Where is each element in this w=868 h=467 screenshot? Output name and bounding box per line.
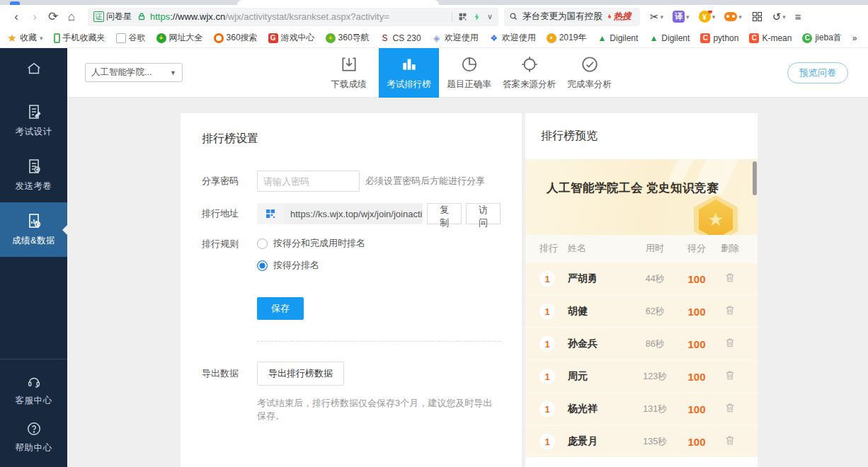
browser-navbar: ‹ › ⟳ ⌂ 证 问卷星 https://www.wjx.cn/wjx/act… bbox=[0, 5, 868, 28]
preview-scrollbar[interactable] bbox=[753, 161, 757, 195]
home-icon[interactable]: ⌂ bbox=[62, 8, 81, 26]
leaderboard-row: 1周元123秒100 bbox=[525, 359, 758, 392]
course-select-dropdown[interactable]: 人工智能学院... ▼ bbox=[85, 63, 183, 82]
url-text: https://www.wjx.cn/wjx/activitystat/ksra… bbox=[150, 11, 449, 22]
sidebar-item-label: 帮助中心 bbox=[16, 442, 52, 454]
tab-完成率分析[interactable]: 完成率分析 bbox=[559, 48, 619, 98]
tab-题目正确率[interactable]: 题目正确率 bbox=[439, 48, 499, 98]
bookmark-item[interactable]: 谷歌 bbox=[116, 32, 146, 44]
preview-title: 排行榜预览 bbox=[525, 129, 758, 144]
export-ranking-button[interactable]: 导出排行榜数据 bbox=[257, 362, 344, 386]
tab-label: 题目正确率 bbox=[447, 79, 491, 91]
bookmark-item[interactable]: ❖欢迎使用 bbox=[489, 32, 536, 44]
sidebar: 考试设计发送考卷成绩&数据客服中心帮助中心 bbox=[0, 48, 67, 467]
bookmark-favicon: ★ bbox=[7, 33, 17, 43]
export-hint: 考试结束后，排行榜数据仅会保存3个月，建议您及时导出保存。 bbox=[257, 397, 501, 422]
grid-action[interactable] bbox=[751, 11, 763, 23]
bookmark-item[interactable]: ▲Digilent bbox=[649, 33, 690, 43]
forward-icon[interactable]: › bbox=[25, 8, 44, 26]
bookmark-item[interactable]: SCS 230 bbox=[380, 33, 421, 43]
back-icon[interactable]: ‹ bbox=[7, 8, 25, 26]
browser-action-icons: ✂▾译▾¥▾▾↺▾≡ bbox=[650, 11, 801, 23]
rank-rule-option[interactable]: 按得分排名 bbox=[257, 259, 365, 272]
sidebar-item-考试设计[interactable]: 考试设计 bbox=[0, 93, 67, 148]
refresh-icon[interactable]: ⟳ bbox=[44, 8, 62, 26]
flame-icon bbox=[605, 12, 614, 21]
bookmark-item[interactable]: Cjieba首 bbox=[802, 32, 841, 44]
bookmark-item[interactable]: 360搜索 bbox=[214, 32, 258, 44]
bookmark-favicon: C bbox=[749, 33, 759, 43]
search-icon bbox=[509, 12, 518, 21]
bookmark-item[interactable]: 手机收藏夹 bbox=[54, 32, 105, 44]
rank-badge: 1 bbox=[539, 304, 555, 319]
translate-action[interactable]: 译▾ bbox=[673, 11, 690, 23]
target-icon bbox=[520, 55, 539, 74]
bookmark-item[interactable]: •2019年 bbox=[547, 32, 587, 44]
sidebar-item-客服中心[interactable]: 客服中心 bbox=[0, 367, 67, 414]
bookmark-item[interactable]: ◈欢迎使用 bbox=[432, 32, 479, 44]
bookmark-item[interactable]: ▲Digilent bbox=[597, 33, 638, 43]
rank-badge: 1 bbox=[539, 271, 555, 287]
trash-icon[interactable] bbox=[724, 369, 736, 381]
undo-icon: ↺ bbox=[772, 11, 782, 23]
name-cell: 胡健 bbox=[568, 305, 633, 318]
delete-cell bbox=[716, 434, 743, 449]
radio-selected-icon[interactable] bbox=[257, 260, 268, 271]
bookmark-item[interactable]: ★收藏▾ bbox=[7, 32, 43, 44]
hot-search[interactable]: 热搜 bbox=[605, 11, 632, 23]
gamepad-action[interactable]: ▾ bbox=[724, 12, 742, 21]
sidebar-item-home[interactable] bbox=[0, 48, 67, 93]
bookmark-item[interactable]: +网址大全 bbox=[156, 32, 203, 44]
column-score: 得分 bbox=[677, 242, 716, 255]
home-icon bbox=[26, 61, 42, 76]
tab-答案来源分析[interactable]: 答案来源分析 bbox=[499, 48, 559, 98]
column-time: 用时 bbox=[633, 242, 677, 255]
rank-cell: 1 bbox=[539, 369, 568, 384]
trash-icon[interactable] bbox=[724, 304, 736, 316]
ranking-settings-panel: 排行榜设置 分享密码 必须设置密码后方能进行分享 排行地址 https://ks… bbox=[181, 113, 522, 467]
bookmark-item[interactable]: » bbox=[852, 33, 857, 43]
tab-考试排行榜[interactable]: 考试排行榜 bbox=[379, 48, 439, 98]
tab-label: 答案来源分析 bbox=[503, 79, 556, 91]
bookmark-favicon bbox=[214, 33, 224, 43]
lightning-icon[interactable] bbox=[473, 12, 481, 22]
rank-qr-icon[interactable] bbox=[257, 203, 284, 224]
trash-icon[interactable] bbox=[724, 337, 736, 348]
rank-rule-options: 按得分和完成用时排名按得分排名 bbox=[257, 237, 365, 272]
bookmark-item[interactable]: Cpython bbox=[700, 33, 738, 43]
undo-action[interactable]: ↺▾ bbox=[772, 11, 786, 23]
menu-action[interactable]: ≡ bbox=[795, 11, 801, 23]
save-button[interactable]: 保存 bbox=[257, 297, 304, 320]
search-box[interactable]: 茅台变更为国有控股 热搜 bbox=[504, 8, 640, 26]
active-browser-tab[interactable] bbox=[237, 0, 439, 5]
password-input[interactable] bbox=[257, 171, 360, 192]
bookmark-item[interactable]: +360导航 bbox=[326, 32, 370, 44]
radio-icon[interactable] bbox=[257, 238, 268, 249]
trash-icon[interactable] bbox=[724, 434, 736, 446]
bookmark-favicon: + bbox=[326, 33, 336, 43]
sidebar-item-帮助中心[interactable]: 帮助中心 bbox=[0, 414, 67, 461]
rank-rule-label: 排行规则 bbox=[202, 238, 257, 250]
preview-questionnaire-button[interactable]: 预览问卷 bbox=[787, 62, 848, 83]
rank-url-value: https://ks.wjx.top/wjx/join/joinacti bbox=[284, 203, 423, 224]
qr-code-icon[interactable] bbox=[458, 12, 467, 21]
sidebar-item-成绩&数据[interactable]: 成绩&数据 bbox=[0, 202, 67, 257]
copy-button[interactable]: 复制 bbox=[427, 203, 462, 224]
rank-rule-option[interactable]: 按得分和完成用时排名 bbox=[257, 237, 365, 250]
scissors-action[interactable]: ✂▾ bbox=[650, 11, 663, 23]
trash-icon[interactable] bbox=[724, 402, 736, 413]
tab-下载成绩[interactable]: 下载成绩 bbox=[319, 48, 379, 98]
url-bar[interactable]: 证 问卷星 https://www.wjx.cn/wjx/activitysta… bbox=[88, 8, 498, 26]
sidebar-spacer bbox=[0, 257, 67, 275]
score-cell: 100 bbox=[677, 371, 716, 383]
trash-icon[interactable] bbox=[724, 272, 736, 283]
sidebar-item-发送考卷[interactable]: 发送考卷 bbox=[0, 148, 67, 202]
chevron-down-icon[interactable]: ∨ bbox=[487, 12, 493, 21]
grid-icon bbox=[751, 11, 763, 23]
bookmark-item[interactable]: G游戏中心 bbox=[268, 32, 315, 44]
bookmark-item[interactable]: CK-mean bbox=[749, 33, 792, 43]
site-verify-badge[interactable]: 证 问卷星 bbox=[93, 11, 132, 23]
wallet-action[interactable]: ¥▾ bbox=[699, 11, 716, 23]
visit-button[interactable]: 访问 bbox=[466, 203, 501, 224]
podium-icon bbox=[400, 55, 418, 74]
